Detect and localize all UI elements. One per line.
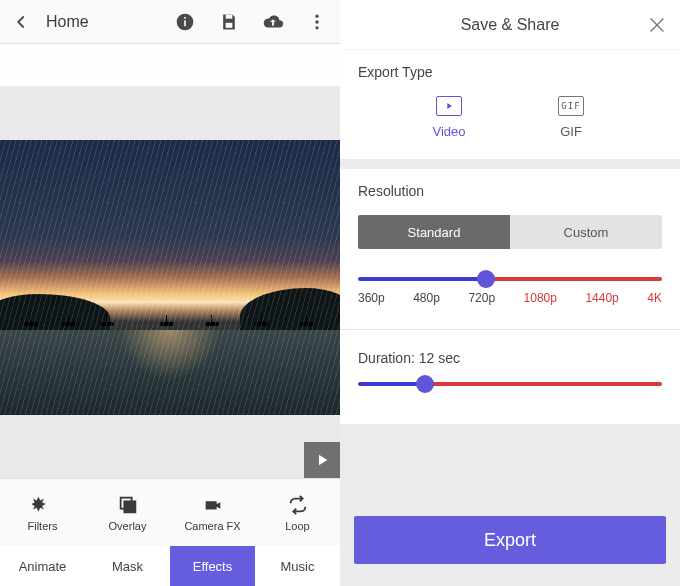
toolbar: Filters Overlay Camera FX Loop <box>0 478 340 546</box>
res-4k: 4K <box>647 291 662 305</box>
tool-loop[interactable]: Loop <box>255 479 340 546</box>
spacer <box>0 86 340 140</box>
export-option-label: Video <box>432 124 465 139</box>
close-icon[interactable] <box>646 14 668 36</box>
export-option-gif[interactable]: GIF GIF <box>510 96 632 139</box>
panel-title: Save & Share <box>461 16 560 34</box>
svg-rect-4 <box>226 22 233 27</box>
panel-header: Save & Share <box>340 0 680 50</box>
tool-camerafx[interactable]: Camera FX <box>170 479 255 546</box>
export-option-label: GIF <box>560 124 582 139</box>
screen-title: Home <box>46 13 160 31</box>
export-option-video[interactable]: Video <box>388 96 510 139</box>
res-1440p: 1440p <box>585 291 618 305</box>
tool-label: Loop <box>285 520 309 532</box>
tab-effects[interactable]: Effects <box>170 546 255 586</box>
sub-toolbar-blank <box>0 44 340 86</box>
play-button[interactable] <box>304 442 340 478</box>
tab-music[interactable]: Music <box>255 546 340 586</box>
resolution-slider[interactable] <box>358 277 662 281</box>
export-type-card: Export Type Video GIF GIF <box>340 50 680 159</box>
resolution-label: Resolution <box>358 183 662 199</box>
res-1080p: 1080p <box>524 291 557 305</box>
video-icon <box>436 96 462 116</box>
segment-standard[interactable]: Standard <box>358 215 510 249</box>
save-icon[interactable] <box>218 11 240 33</box>
duration-label: Duration: 12 sec <box>358 350 662 366</box>
tool-overlay[interactable]: Overlay <box>85 479 170 546</box>
bottom-tabs: Animate Mask Effects Music <box>0 546 340 586</box>
tool-label: Overlay <box>109 520 147 532</box>
preview-image[interactable] <box>0 140 340 415</box>
res-360p: 360p <box>358 291 385 305</box>
resolution-options: 360p 480p 720p 1080p 1440p 4K <box>358 291 662 305</box>
tool-label: Camera FX <box>184 520 240 532</box>
slider-thumb[interactable] <box>416 375 434 393</box>
export-button[interactable]: Export <box>354 516 666 564</box>
tool-label: Filters <box>28 520 58 532</box>
slider-thumb[interactable] <box>477 270 495 288</box>
svg-rect-3 <box>226 14 233 18</box>
cloud-upload-icon[interactable] <box>262 11 284 33</box>
svg-rect-9 <box>124 501 135 512</box>
tab-mask[interactable]: Mask <box>85 546 170 586</box>
editor-panel: Home <box>0 0 340 586</box>
export-type-label: Export Type <box>358 64 662 80</box>
gif-icon: GIF <box>558 96 584 116</box>
info-icon[interactable] <box>174 11 196 33</box>
tab-animate[interactable]: Animate <box>0 546 85 586</box>
res-720p: 720p <box>468 291 495 305</box>
svg-rect-2 <box>184 17 186 19</box>
topbar: Home <box>0 0 340 44</box>
tool-filters[interactable]: Filters <box>0 479 85 546</box>
resolution-card: Resolution Standard Custom 360p 480p 720… <box>340 169 680 424</box>
save-share-panel: Save & Share Export Type Video GIF GIF R… <box>340 0 680 586</box>
svg-point-7 <box>315 26 318 29</box>
res-480p: 480p <box>413 291 440 305</box>
duration-slider[interactable] <box>358 382 662 386</box>
overflow-menu-icon[interactable] <box>306 11 328 33</box>
svg-point-5 <box>315 14 318 17</box>
svg-point-6 <box>315 20 318 23</box>
segment-custom[interactable]: Custom <box>510 215 662 249</box>
resolution-mode-segment: Standard Custom <box>358 215 662 249</box>
svg-rect-1 <box>184 20 186 26</box>
back-icon[interactable] <box>10 11 32 33</box>
